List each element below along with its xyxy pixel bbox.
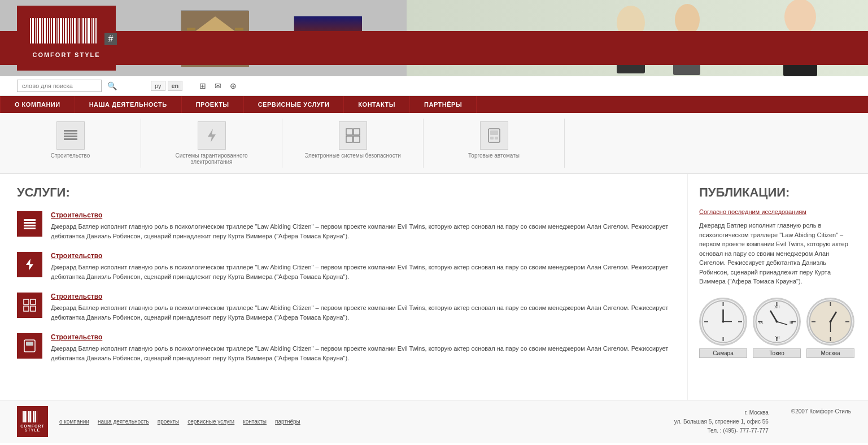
service-entry-icon-3 <box>17 293 42 318</box>
security-label: Электронные системы безопасности <box>304 152 401 159</box>
lang-ru-button[interactable]: ру <box>151 81 165 91</box>
clock-label-tokyo[interactable]: Токио <box>753 348 801 358</box>
footer-city: г. Москва <box>674 408 769 417</box>
services-section: УСЛУГИ: Строительство Джерард Батлер исп… <box>0 174 687 400</box>
svg-rect-35 <box>30 306 36 311</box>
footer-address: г. Москва ул. Большая 5, строение 1, офи… <box>674 408 769 435</box>
vending-label: Торговые автоматы <box>468 152 520 159</box>
expand-icon[interactable]: ⊞ <box>199 81 206 90</box>
service-power[interactable]: Системы гарантированного электропитания <box>141 119 282 168</box>
footer-nav-contacts[interactable]: контакты <box>243 418 267 425</box>
service-entry-content-2: Строительство Джерард Батлер исполнит гл… <box>51 252 670 281</box>
security-icon <box>339 121 367 150</box>
nav-activity[interactable]: НАША ДЕЯТЕЛЬНОСТЬ <box>75 96 182 113</box>
service-entry-text-4: Джерард Батлер исполнит главную роль в п… <box>51 344 670 363</box>
clock-tokyo: XII III VI IX Токио <box>753 298 801 358</box>
svg-rect-27 <box>24 219 36 221</box>
svg-rect-24 <box>490 130 498 135</box>
footer-nav-services[interactable]: сервисные услуги <box>187 418 234 425</box>
construction-label: Строительство <box>51 152 90 159</box>
nav-partners[interactable]: ПАРТНЁРЫ <box>410 96 477 113</box>
clock-label-samara[interactable]: Самара <box>699 348 747 358</box>
service-entry-content-4: Строительство Джерард Батлер исполнит гл… <box>51 333 670 363</box>
footer-nav-activity[interactable]: наша деятельность <box>98 418 149 425</box>
pub-link[interactable]: Согласно последним исследованиям <box>699 208 857 215</box>
svg-rect-29 <box>24 225 36 226</box>
nav-contacts[interactable]: КОНТАКТЫ <box>344 96 410 113</box>
clock-moscow: Москва <box>806 298 854 358</box>
svg-point-12 <box>784 0 816 35</box>
service-entry-link-3[interactable]: Строительство <box>51 293 670 300</box>
svg-point-57 <box>776 320 778 322</box>
footer-logo: COMFORT STYLE <box>17 406 48 437</box>
service-entry-3: Строительство Джерард Батлер исполнит гл… <box>17 293 670 322</box>
clock-samara: Самара <box>699 298 747 358</box>
footer: COMFORT STYLE о компании наша деятельнос… <box>0 400 868 443</box>
svg-point-65 <box>830 320 832 322</box>
footer-nav-projects[interactable]: проекты <box>158 418 179 425</box>
service-entry-link-4[interactable]: Строительство <box>51 333 670 341</box>
service-entry-link-1[interactable]: Строительство <box>51 211 670 219</box>
footer-street: ул. Большая 5, строение 1, офис 56 <box>674 417 769 426</box>
svg-rect-34 <box>24 306 29 311</box>
svg-rect-21 <box>346 136 352 142</box>
service-entry-text-3: Джерард Батлер исполнит главную роль в п… <box>51 303 670 322</box>
header-bar <box>0 31 868 65</box>
nav-projects[interactable]: ПРОЕКТЫ <box>182 96 244 113</box>
search-tools: ⊞ ✉ ⊕ <box>199 81 237 90</box>
service-entry-link-2[interactable]: Строительство <box>51 252 670 260</box>
service-vending[interactable]: Торговые автоматы <box>424 119 565 168</box>
clocks-row: Самара XII III VI IX <box>699 298 857 358</box>
svg-rect-16 <box>64 136 77 137</box>
service-security[interactable]: Электронные системы безопасности <box>282 119 424 168</box>
services-title: УСЛУГИ: <box>17 185 670 200</box>
svg-rect-33 <box>30 299 36 304</box>
footer-copyright: ©2007 Комфорт-Стиль <box>791 408 851 415</box>
logo-text: COMFORT STYLE <box>32 51 100 58</box>
clock-label-moscow[interactable]: Москва <box>806 348 854 358</box>
service-entry-1: Строительство Джерард Батлер исполнит гл… <box>17 211 670 241</box>
service-entry-content-3: Строительство Джерард Батлер исполнит гл… <box>51 293 670 322</box>
service-entry-2: Строительство Джерард Батлер исполнит гл… <box>17 252 670 281</box>
service-entry-icon-2 <box>17 252 42 277</box>
svg-text:VI: VI <box>775 335 780 340</box>
svg-rect-32 <box>24 299 29 304</box>
svg-rect-22 <box>354 136 360 142</box>
service-construction[interactable]: Строительство <box>0 119 141 168</box>
logo-area[interactable]: COMFORT STYLE <box>17 6 116 71</box>
email-icon[interactable]: ✉ <box>215 81 221 90</box>
service-entry-text-1: Джерард Батлер исполнит главную роль в п… <box>51 222 670 241</box>
main-content: УСЛУГИ: Строительство Джерард Батлер исп… <box>0 174 868 400</box>
svg-text:III: III <box>790 320 793 325</box>
svg-rect-20 <box>354 129 360 135</box>
footer-logo-style: STYLE <box>25 428 41 432</box>
clock-face-tokyo: XII III VI IX <box>753 298 801 346</box>
svg-marker-31 <box>26 259 33 271</box>
search-bar: 🔍 ру en ⊞ ✉ ⊕ <box>0 76 868 96</box>
pub-text: Джерард Батлер исполнит главную роль в п… <box>699 221 857 286</box>
services-icons-row: Строительство Системы гарантированного э… <box>0 113 868 174</box>
footer-nav-about[interactable]: о компании <box>59 418 89 425</box>
footer-logo-comfort: COMFORT <box>20 424 44 428</box>
lang-en-button[interactable]: en <box>168 81 183 91</box>
svg-rect-37 <box>26 342 33 346</box>
logo-barcode <box>30 18 103 49</box>
svg-rect-30 <box>24 228 36 229</box>
svg-rect-17 <box>64 138 77 140</box>
footer-nav-partners[interactable]: партнёры <box>275 418 300 425</box>
search-icon[interactable]: 🔍 <box>107 81 117 90</box>
nav-services[interactable]: СЕРВИСНЫЕ УСЛУГИ <box>244 96 344 113</box>
svg-rect-15 <box>64 133 77 134</box>
svg-text:XII: XII <box>774 304 780 309</box>
svg-point-45 <box>722 320 725 322</box>
publications-title: ПУБЛИКАЦИИ: <box>699 185 857 200</box>
search-input[interactable] <box>17 80 102 92</box>
service-entry-4: Строительство Джерард Батлер исполнит гл… <box>17 333 670 363</box>
power-label: Системы гарантированного электропитания <box>158 152 265 165</box>
footer-phone: Тел. : (495)- 777-77-777 <box>674 426 769 435</box>
footer-nav: о компании наша деятельность проекты сер… <box>59 418 663 425</box>
publications-section: ПУБЛИКАЦИИ: Согласно последним исследова… <box>687 174 868 400</box>
nav-about[interactable]: О КОМПАНИИ <box>0 96 75 113</box>
bookmark-icon[interactable]: ⊕ <box>230 81 237 90</box>
svg-rect-28 <box>24 222 36 224</box>
